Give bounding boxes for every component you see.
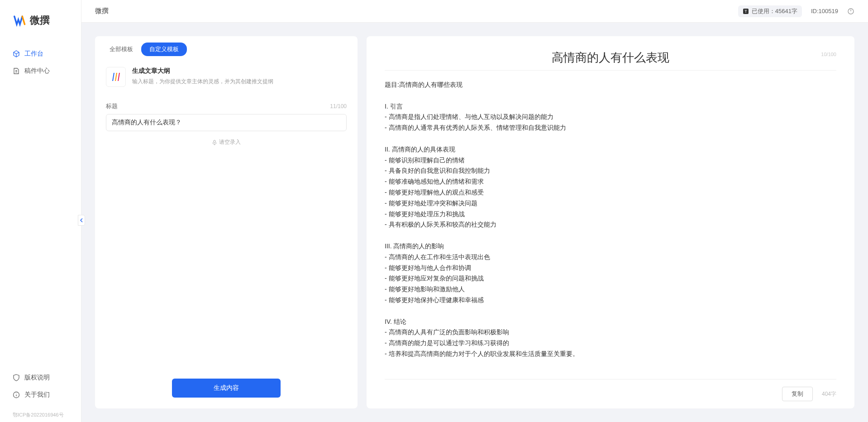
output-header: 高情商的人有什么表现 10/100 (385, 36, 836, 71)
template-card: 生成文章大纲 输入标题，为你提供文章主体的灵感，并为其创建推文提纲 (95, 61, 358, 93)
nav-item-label: 稿件中心 (24, 67, 50, 75)
svg-text:T: T (744, 9, 747, 14)
nav-item-label: 工作台 (24, 50, 43, 58)
usage-badge: T 已使用：45641字 (738, 5, 802, 17)
sidebar: 微撰 工作台 稿件中心 版权说明 (0, 0, 81, 422)
tab-all-templates[interactable]: 全部模板 (101, 43, 141, 56)
page-title: 微撰 (95, 7, 109, 15)
nav-main: 工作台 稿件中心 (0, 36, 81, 365)
generate-button[interactable]: 生成内容 (172, 379, 281, 398)
info-icon (13, 391, 20, 398)
panel-left: 全部模板 自定义模板 生成文章大纲 输入标题，为你提供文章主体的灵感，并为其创建… (95, 36, 358, 408)
template-info: 生成文章大纲 输入标题，为你提供文章主体的灵感，并为其创建推文提纲 (132, 67, 273, 85)
microphone-icon (212, 140, 217, 145)
output-header-count: 10/100 (821, 52, 836, 57)
title-char-count: 11/100 (330, 103, 347, 109)
title-label: 标题 (106, 102, 118, 110)
shield-icon (13, 374, 20, 381)
voice-input-hint[interactable]: 请空录入 (106, 131, 347, 153)
icp-footer: 鄂ICP备2022016946号 (0, 408, 81, 422)
nav-item-label: 版权说明 (24, 374, 50, 382)
sidebar-collapse-handle[interactable] (78, 215, 85, 226)
logo-icon (14, 14, 26, 27)
logo: 微撰 (0, 0, 81, 36)
copy-button[interactable]: 复制 (782, 387, 813, 401)
cube-icon (13, 50, 20, 57)
topbar: 微撰 T 已使用：45641字 ID:100519 (81, 0, 868, 23)
main: 微撰 T 已使用：45641字 ID:100519 全部模板 自定义模板 (81, 0, 868, 422)
power-icon[interactable] (847, 8, 854, 15)
topbar-right: T 已使用：45641字 ID:100519 (738, 5, 854, 17)
nav-bottom: 版权说明 关于我们 (0, 365, 81, 408)
form-section: 标题 11/100 请空录入 (95, 93, 358, 162)
template-desc: 输入标题，为你提供文章主体的灵感，并为其创建推文提纲 (132, 78, 273, 85)
tabs: 全部模板 自定义模板 (95, 36, 358, 61)
panel-left-footer: 生成内容 (95, 368, 358, 408)
output-title: 高情商的人有什么表现 (403, 50, 818, 66)
tab-custom-templates[interactable]: 自定义模板 (141, 43, 187, 56)
output-footer: 复制 404字 (385, 379, 836, 408)
document-icon (13, 67, 20, 75)
svg-rect-4 (214, 140, 215, 143)
text-icon: T (743, 8, 749, 14)
id-label: ID:100519 (811, 8, 838, 14)
nav-item-copyright[interactable]: 版权说明 (0, 369, 81, 386)
nav-item-label: 关于我们 (24, 391, 50, 399)
logo-text: 微撰 (30, 14, 50, 27)
output-word-count: 404字 (822, 390, 836, 398)
template-icon (106, 67, 126, 87)
nav-item-drafts[interactable]: 稿件中心 (0, 62, 81, 80)
content: 全部模板 自定义模板 生成文章大纲 输入标题，为你提供文章主体的灵感，并为其创建… (81, 23, 868, 422)
output-body[interactable]: 题目:高情商的人有哪些表现 I. 引言 - 高情商是指人们处理情绪、与他人互动以… (367, 71, 854, 379)
usage-text: 已使用：45641字 (752, 7, 797, 15)
panel-right: 高情商的人有什么表现 10/100 题目:高情商的人有哪些表现 I. 引言 - … (367, 36, 854, 408)
title-input[interactable] (106, 114, 347, 131)
nav-item-about[interactable]: 关于我们 (0, 386, 81, 403)
voice-hint-text: 请空录入 (219, 138, 241, 146)
template-title: 生成文章大纲 (132, 67, 273, 75)
nav-item-workbench[interactable]: 工作台 (0, 45, 81, 62)
